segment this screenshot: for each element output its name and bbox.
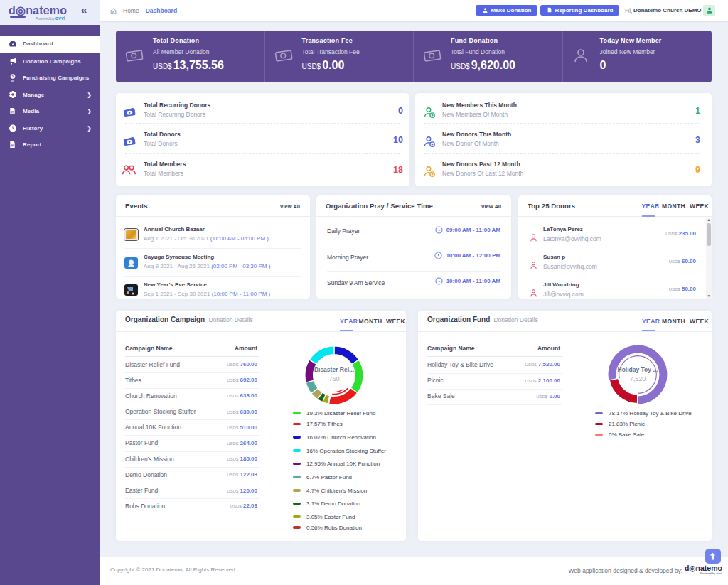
svg-text:$: $ bbox=[12, 74, 14, 78]
